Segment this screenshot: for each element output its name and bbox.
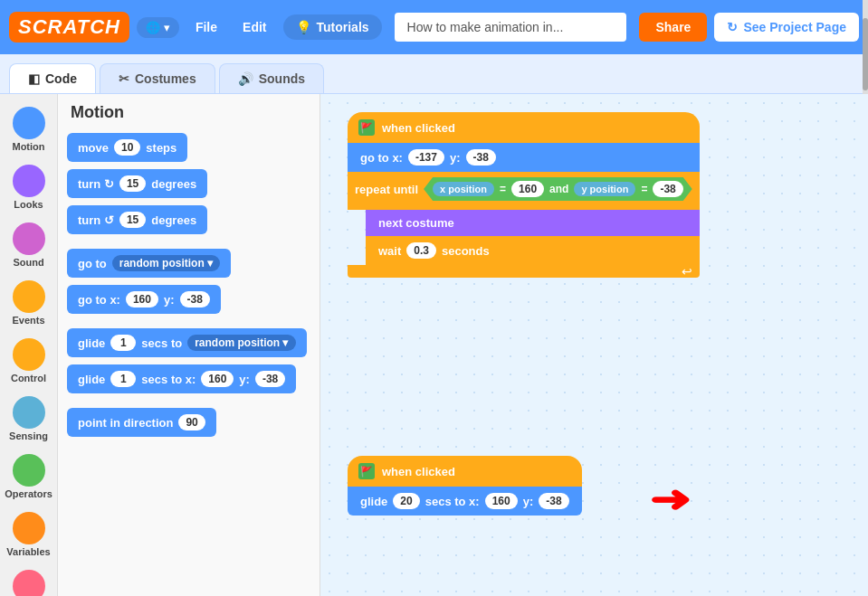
control-dot xyxy=(13,338,45,371)
block-turn-ccw[interactable]: turn ↺ 15 degrees xyxy=(67,205,207,234)
block-goto-xy[interactable]: go to x: 160 y: -38 xyxy=(67,285,221,314)
sensing-label: Sensing xyxy=(9,430,48,441)
sensing-dot xyxy=(13,396,45,429)
tabbar: ◧ Code ✂ Costumes 🔊 Sounds xyxy=(0,54,868,94)
sidebar-item-sound[interactable]: Sound xyxy=(4,219,54,271)
tutorials-label: Tutorials xyxy=(317,20,369,34)
looks-label: Looks xyxy=(14,199,43,210)
repeat-until-header: repeat until x position = 160 and y posi… xyxy=(355,177,692,201)
file-menu-button[interactable]: File xyxy=(186,14,226,40)
sounds-tab-label: Sounds xyxy=(259,71,305,86)
c-block-footer: ↩ xyxy=(348,265,700,278)
block-turn-cw[interactable]: turn ↻ 15 degrees xyxy=(67,169,207,198)
tab-costumes[interactable]: ✂ Costumes xyxy=(100,63,215,93)
sidebar-item-sensing[interactable]: Sensing xyxy=(4,393,54,445)
globe-icon: 🌐 xyxy=(146,21,160,34)
sidebar-item-myblocks[interactable]: My Blocks xyxy=(4,566,54,596)
sound-label: Sound xyxy=(13,257,43,268)
sidebar: Motion Looks Sound Events Control Sensin… xyxy=(0,94,58,596)
red-arrow-indicator: ➜ xyxy=(649,481,692,517)
hat-block-1[interactable]: 🚩 when clicked xyxy=(348,112,700,143)
hat-block-2[interactable]: 🚩 when clicked xyxy=(348,456,582,487)
scratch-logo[interactable]: SCRATCH xyxy=(9,12,129,43)
sidebar-item-looks[interactable]: Looks xyxy=(4,161,54,213)
flag-icon-1: 🚩 xyxy=(358,119,375,136)
sidebar-item-variables[interactable]: Variables xyxy=(4,508,54,561)
tutorials-icon: 💡 xyxy=(296,20,311,34)
motion-dot xyxy=(13,107,45,139)
code-tab-icon: ◧ xyxy=(28,71,40,86)
sidebar-item-operators[interactable]: Operators xyxy=(4,450,54,503)
tab-code[interactable]: ◧ Code xyxy=(9,63,96,93)
c-block-inner xyxy=(373,201,692,210)
events-dot xyxy=(13,280,45,313)
repeat-until-block[interactable]: repeat until x position = 160 and y posi… xyxy=(348,172,700,210)
globe-arrow-icon: ▾ xyxy=(164,21,170,34)
sounds-tab-icon: 🔊 xyxy=(238,71,253,86)
project-title[interactable]: How to make animation in... xyxy=(395,13,627,42)
navbar: SCRATCH 🌐 ▾ File Edit 💡 Tutorials How to… xyxy=(0,0,868,54)
code-tab-label: Code xyxy=(45,71,77,86)
globe-button[interactable]: 🌐 ▾ xyxy=(137,17,179,38)
operators-label: Operators xyxy=(5,488,52,499)
sidebar-item-control[interactable]: Control xyxy=(4,335,54,387)
block-glide-xy[interactable]: glide 1 secs to x: 160 y: -38 xyxy=(67,364,296,393)
sidebar-item-motion[interactable]: Motion xyxy=(4,103,54,156)
costumes-tab-icon: ✂ xyxy=(119,71,129,86)
tab-sounds[interactable]: 🔊 Sounds xyxy=(219,63,324,93)
block-point-direction[interactable]: point in direction 90 xyxy=(67,408,216,437)
blocks-panel: Motion move 10 steps turn ↻ 15 degrees t… xyxy=(58,94,320,596)
tutorials-button[interactable]: 💡 Tutorials xyxy=(283,14,382,40)
wait-block[interactable]: wait 0.3 seconds xyxy=(366,236,700,265)
hat-label-1: when clicked xyxy=(382,121,455,135)
goto-block[interactable]: go to x: -137 y: -38 xyxy=(348,143,700,172)
variables-label: Variables xyxy=(6,546,50,557)
share-button[interactable]: Share xyxy=(639,13,707,42)
flag-icon-2: 🚩 xyxy=(358,463,375,479)
glide-block[interactable]: glide 20 secs to x: 160 y: -38 xyxy=(348,487,582,516)
panel-title: Motion xyxy=(67,103,310,122)
condition-block[interactable]: x position = 160 and y position = -38 xyxy=(424,177,692,201)
sidebar-item-events[interactable]: Events xyxy=(4,277,54,329)
costumes-tab-label: Costumes xyxy=(135,71,196,86)
myblocks-dot xyxy=(13,570,45,596)
code-area[interactable]: 🚩 when clicked go to x: -137 y: -38 repe… xyxy=(320,94,868,596)
control-label: Control xyxy=(11,373,46,383)
block-goto-random[interactable]: go to random position ▾ xyxy=(67,249,231,278)
see-project-label: See Project Page xyxy=(743,20,846,34)
operators-dot xyxy=(13,454,45,487)
next-costume-label: next costume xyxy=(378,216,454,230)
events-label: Events xyxy=(12,315,44,326)
script-group-1: 🚩 when clicked go to x: -137 y: -38 repe… xyxy=(348,112,700,278)
next-costume-block[interactable]: next costume xyxy=(366,210,700,236)
see-project-button[interactable]: ↻ See Project Page xyxy=(714,13,859,42)
hat-label-2: when clicked xyxy=(382,465,455,478)
block-glide-random[interactable]: glide 1 secs to random position ▾ xyxy=(67,328,307,357)
motion-label: Motion xyxy=(12,141,44,152)
sound-dot xyxy=(13,222,45,255)
looks-dot xyxy=(13,165,45,197)
refresh-icon: ↻ xyxy=(727,20,738,34)
block-move-steps[interactable]: move 10 steps xyxy=(67,133,187,162)
main-area: Motion Looks Sound Events Control Sensin… xyxy=(0,94,868,596)
edit-menu-button[interactable]: Edit xyxy=(234,14,275,40)
variables-dot xyxy=(13,512,45,544)
script-group-2: 🚩 when clicked glide 20 secs to x: 160 y… xyxy=(348,456,582,516)
loop-arrow-icon: ↩ xyxy=(682,264,692,279)
